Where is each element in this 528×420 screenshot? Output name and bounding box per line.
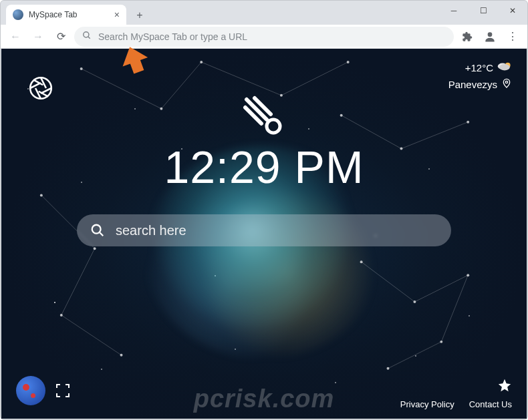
extensions-button[interactable] bbox=[458, 27, 477, 46]
svg-point-2 bbox=[488, 32, 493, 37]
location-name: Panevezys bbox=[448, 79, 497, 90]
profile-button[interactable] bbox=[481, 27, 499, 46]
clock-display: 12:29 PM bbox=[1, 141, 527, 193]
address-bar[interactable]: Search MySpace Tab or type a URL bbox=[74, 27, 454, 47]
minimize-button[interactable]: ─ bbox=[439, 1, 469, 21]
contact-us-link[interactable]: Contact Us bbox=[469, 399, 512, 409]
annotation-arrow-icon bbox=[120, 45, 149, 74]
close-window-button[interactable]: ✕ bbox=[498, 1, 527, 21]
favorite-star-icon[interactable] bbox=[497, 378, 512, 393]
forward-button[interactable]: → bbox=[29, 27, 47, 46]
back-button[interactable]: ← bbox=[6, 27, 25, 46]
maximize-button[interactable]: ☐ bbox=[469, 1, 498, 21]
newtab-page: +12°C Panevezys 12:29 PM bbox=[1, 49, 527, 419]
bottom-right-controls: Privacy Policy Contact Us bbox=[400, 378, 512, 409]
weather-widget[interactable]: +12°C Panevezys bbox=[448, 61, 512, 91]
tab-favicon bbox=[13, 9, 23, 20]
svg-point-26 bbox=[92, 225, 101, 234]
omnibox-placeholder: Search MySpace Tab or type a URL bbox=[98, 31, 247, 42]
close-tab-icon[interactable]: × bbox=[114, 9, 120, 20]
privacy-policy-link[interactable]: Privacy Policy bbox=[400, 399, 454, 409]
window-controls: ─ ☐ ✕ bbox=[439, 1, 527, 21]
svg-point-25 bbox=[267, 120, 280, 133]
menu-button[interactable]: ⋮ bbox=[503, 27, 522, 46]
meteor-icon bbox=[243, 95, 285, 138]
bottom-left-controls bbox=[16, 376, 71, 405]
new-tab-button[interactable]: + bbox=[130, 6, 149, 25]
location-pin-icon bbox=[501, 77, 512, 91]
svg-point-0 bbox=[84, 32, 89, 37]
svg-line-1 bbox=[88, 37, 90, 39]
browser-window: MySpace Tab × + ─ ☐ ✕ ← → ⟳ Search MySpa… bbox=[0, 0, 528, 420]
svg-line-27 bbox=[100, 232, 104, 236]
fullscreen-icon[interactable] bbox=[55, 383, 71, 399]
tab-strip: MySpace Tab × + ─ ☐ ✕ bbox=[1, 1, 527, 25]
search-input[interactable] bbox=[116, 223, 438, 238]
tab-title: MySpace Tab bbox=[29, 10, 109, 19]
browser-tab[interactable]: MySpace Tab × bbox=[6, 5, 126, 25]
search-bar[interactable] bbox=[77, 214, 451, 246]
browser-toolbar: ← → ⟳ Search MySpace Tab or type a URL ⋮ bbox=[1, 25, 527, 49]
aperture-icon[interactable] bbox=[28, 75, 53, 101]
theme-thumbnail-icon[interactable] bbox=[16, 376, 45, 405]
svg-point-24 bbox=[505, 81, 507, 83]
search-icon bbox=[90, 223, 105, 238]
svg-point-23 bbox=[499, 64, 510, 70]
reload-button[interactable]: ⟳ bbox=[51, 27, 70, 46]
temperature-value: +12°C bbox=[465, 62, 493, 73]
svg-point-20 bbox=[30, 77, 51, 99]
weather-icon bbox=[497, 61, 512, 75]
search-icon bbox=[82, 31, 92, 42]
